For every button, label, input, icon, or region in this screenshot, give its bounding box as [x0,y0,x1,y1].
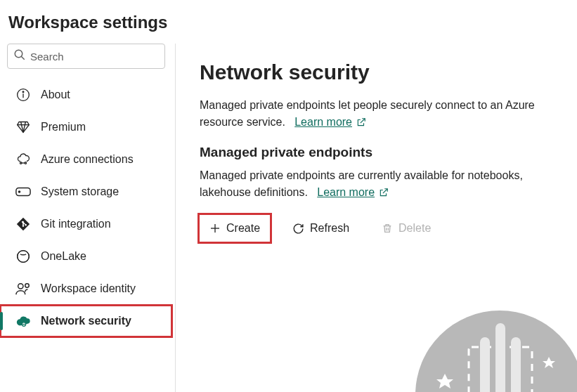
sidebar-item-azure-connections[interactable]: Azure connections [0,143,172,176]
sidebar-item-label: OneLake [41,250,86,263]
sidebar-item-system-storage[interactable]: System storage [0,176,172,208]
search-input[interactable] [30,51,164,63]
svg-rect-21 [495,323,505,392]
cloud-security-icon [15,313,31,329]
plus-icon [209,223,221,234]
section-description: Managed private endpoints are currently … [200,167,577,201]
intro-description: Managed private endpoints let people sec… [200,97,577,131]
svg-point-11 [18,284,23,289]
svg-point-0 [15,50,22,58]
learn-more-link[interactable]: Learn more [294,114,366,131]
external-link-icon [356,117,366,127]
svg-rect-22 [511,337,521,392]
sidebar: About Premium Azure connections System s… [0,44,176,392]
storage-icon [15,184,31,200]
sidebar-item-premium[interactable]: Premium [0,111,172,143]
refresh-button[interactable]: Refresh [283,215,359,242]
search-icon [13,48,26,64]
svg-point-4 [22,91,24,93]
sidebar-item-onelake[interactable]: OneLake [0,240,172,273]
sidebar-item-label: Git integration [41,218,111,230]
main-content: Network security Managed private endpoin… [176,44,577,392]
toolbar: Create Refresh Delete [200,215,577,242]
learn-more-link-2[interactable]: Learn more [317,184,389,201]
svg-point-6 [25,162,27,164]
sidebar-item-label: Premium [41,121,86,133]
trash-icon [382,223,393,234]
svg-line-1 [21,56,25,60]
sidebar-item-label: Network security [41,315,131,327]
svg-point-5 [20,162,22,164]
identity-icon [15,281,31,296]
section-heading: Managed private endpoints [200,145,577,160]
empty-state-graphic [401,303,577,392]
sidebar-item-label: System storage [41,185,119,198]
info-icon [15,87,31,103]
sidebar-item-label: Workspace identity [41,282,136,295]
svg-rect-20 [480,337,490,392]
svg-point-9 [18,191,20,192]
sidebar-item-network-security[interactable]: Network security [0,305,172,337]
svg-point-12 [25,284,30,288]
refresh-icon [292,223,304,235]
main-heading: Network security [200,60,577,84]
git-icon [15,216,31,232]
external-link-icon [379,188,389,197]
search-box[interactable] [7,44,165,69]
sidebar-item-label: Azure connections [41,153,134,166]
delete-button: Delete [372,215,441,242]
cloud-link-icon [15,152,31,167]
create-button[interactable]: Create [200,215,270,242]
sidebar-nav: About Premium Azure connections System s… [0,79,172,337]
diamond-icon [15,119,31,135]
sidebar-item-git-integration[interactable]: Git integration [0,208,172,240]
onelake-icon [15,249,31,264]
page-title: Workspace settings [0,0,577,44]
sidebar-item-workspace-identity[interactable]: Workspace identity [0,273,172,305]
sidebar-item-label: About [41,89,70,101]
sidebar-item-about[interactable]: About [0,79,172,111]
